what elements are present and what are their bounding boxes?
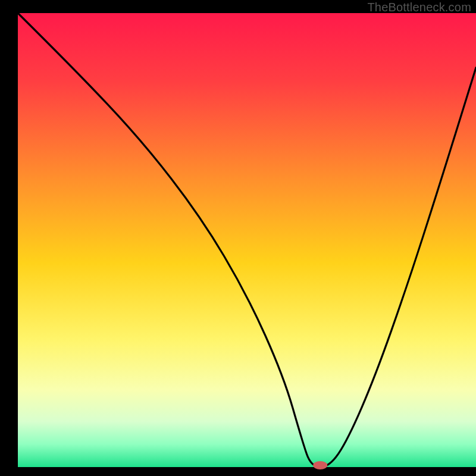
bottleneck-chart: [0, 0, 476, 476]
optimal-marker: [313, 461, 327, 469]
watermark-text: TheBottleneck.com: [367, 1, 471, 14]
chart-frame: TheBottleneck.com: [0, 0, 476, 476]
